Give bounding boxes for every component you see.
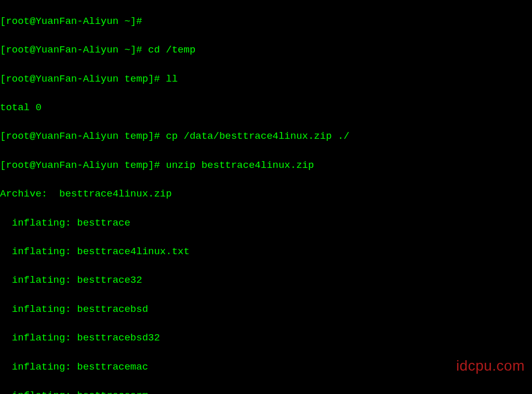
output-inflating-5: inflating: besttracemac bbox=[0, 360, 532, 375]
prompt-line-empty: [root@YuanFan-Aliyun ~]# bbox=[0, 15, 532, 29]
output-total0: total 0 bbox=[0, 101, 532, 115]
output-archive: Archive: besttrace4linux.zip bbox=[0, 187, 532, 202]
watermark-text: idcpu.com bbox=[456, 359, 525, 373]
prompt-line-cp: [root@YuanFan-Aliyun temp]# cp /data/bes… bbox=[0, 129, 532, 144]
output-inflating-6: inflating: besttracearm bbox=[0, 389, 532, 394]
prompt-line-unzip: [root@YuanFan-Aliyun temp]# unzip besttr… bbox=[0, 159, 532, 173]
output-inflating-0: inflating: besttrace bbox=[0, 216, 532, 231]
output-inflating-3: inflating: besttracebsd bbox=[0, 303, 532, 317]
output-inflating-4: inflating: besttracebsd32 bbox=[0, 331, 532, 346]
output-inflating-1: inflating: besttrace4linux.txt bbox=[0, 245, 532, 259]
prompt-line-ll1: [root@YuanFan-Aliyun temp]# ll bbox=[0, 72, 532, 87]
prompt-line-cd: [root@YuanFan-Aliyun ~]# cd /temp bbox=[0, 43, 532, 58]
terminal-output[interactable]: [root@YuanFan-Aliyun ~]# [root@YuanFan-A… bbox=[0, 0, 532, 394]
output-inflating-2: inflating: besttrace32 bbox=[0, 273, 532, 288]
